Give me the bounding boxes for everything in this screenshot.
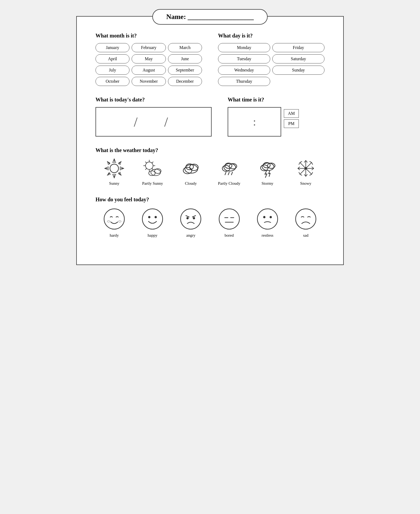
svg-point-71 [181,209,201,229]
day-pill[interactable]: Thursday [218,77,270,86]
svg-point-27 [149,171,155,176]
month-pill[interactable]: July [96,66,129,75]
day-grid: MondayFridayTuesdaySaturdayWednesdaySund… [218,43,324,86]
svg-point-82 [270,216,272,218]
month-pill[interactable]: May [132,54,166,63]
svg-point-68 [142,209,163,229]
svg-point-74 [187,217,188,219]
svg-point-76 [219,209,239,229]
snowy-label: Snowy [300,181,311,186]
svg-line-37 [225,172,226,175]
sad-face-icon [294,207,318,231]
svg-line-60 [312,172,313,174]
middle-section: What is today's date? / / What time is i… [96,97,324,137]
ampm-column: AM PM [284,109,299,128]
sunny-label: Sunny [109,181,119,186]
restless-label: restless [262,233,273,238]
sunny-icon [104,158,125,179]
month-pill[interactable]: October [96,77,129,86]
restless-face-icon [255,207,280,231]
svg-line-56 [299,162,300,165]
date-section: What is today's date? / / [96,97,212,137]
snowy-icon [295,158,316,179]
month-pill[interactable]: June [168,54,202,63]
day-pill[interactable]: Monday [218,43,270,52]
svg-line-24 [152,162,153,163]
hardy-face-icon [102,207,126,231]
svg-line-73 [192,216,196,217]
svg-line-39 [231,172,232,175]
month-pill[interactable]: February [132,43,166,52]
angry-label: angry [186,233,195,238]
day-pill[interactable]: Sunday [272,66,324,75]
day-pill[interactable]: Friday [272,43,324,52]
svg-point-81 [264,216,265,218]
month-pill[interactable]: December [168,77,202,86]
angry-face-icon [179,207,203,231]
feeling-restless: restless [249,207,286,238]
weather-snowy: Snowy [287,158,324,186]
name-badge: Name: ___________________ [152,9,268,25]
time-section: What time is it? : AM PM [228,97,324,137]
bored-label: bored [224,233,234,238]
month-pill[interactable]: September [168,66,202,75]
svg-point-70 [155,216,156,218]
happy-face-icon [140,207,165,231]
day-section: What day is it? MondayFridayTuesdaySatur… [218,33,324,86]
weather-partly-sunny: Partly Sunny [134,158,171,186]
time-box: : [228,107,281,137]
top-section: What month is it? JanuaryFebruaryMarchAp… [96,33,324,86]
month-section: What month is it? JanuaryFebruaryMarchAp… [96,33,202,86]
date-box: / / [96,107,212,137]
feelings-section: How do you feel today? hardy [96,196,324,238]
day-title: What day is it? [218,33,324,39]
svg-point-75 [193,217,195,219]
day-pill[interactable]: Wednesday [218,66,270,75]
svg-point-0 [110,164,119,173]
svg-point-80 [257,209,278,229]
weather-section: What is the weather today? [96,147,324,186]
cloudy-icon [180,158,201,179]
partly-sunny-icon [142,158,163,179]
svg-line-58 [310,161,312,162]
feeling-hardy: hardy [96,207,133,238]
svg-line-25 [145,168,147,170]
svg-point-69 [148,216,150,218]
month-pill[interactable]: January [96,43,129,52]
worksheet-page: Name: ___________________ What month is … [76,16,344,265]
partly-cloudy-label: Partly Cloudy [218,181,240,186]
partly-sunny-label: Partly Sunny [142,181,163,186]
month-pill[interactable]: November [132,77,166,86]
month-title: What month is it? [96,33,202,39]
svg-point-83 [296,209,316,229]
am-box[interactable]: AM [284,109,299,118]
svg-line-59 [312,162,313,165]
svg-line-63 [300,174,302,175]
cloudy-label: Cloudy [185,181,197,186]
stormy-icon [257,158,278,179]
bored-face-icon [217,207,241,231]
weather-row: Sunny [96,158,324,186]
month-pill[interactable]: August [132,66,166,75]
feeling-happy: happy [134,207,171,238]
time-colon: : [253,116,256,128]
day-pill[interactable]: Saturday [272,54,324,63]
month-pill[interactable]: April [96,54,129,63]
svg-line-61 [310,174,312,175]
feeling-angry: angry [172,207,209,238]
month-pill[interactable]: March [168,43,202,52]
svg-point-26 [151,169,161,176]
weather-cloudy: Cloudy [172,158,209,186]
happy-label: happy [148,233,158,238]
date-slash-2: / [164,114,173,130]
month-grid: JanuaryFebruaryMarchAprilMayJuneJulyAugu… [96,43,202,86]
weather-stormy: Stormy [249,158,286,186]
weather-partly-cloudy: Partly Cloudy [211,158,248,186]
svg-line-62 [299,172,300,174]
pm-box[interactable]: PM [284,119,299,128]
feelings-title: How do you feel today? [96,196,324,203]
day-pill[interactable]: Tuesday [218,54,270,63]
feeling-bored: bored [211,207,248,238]
feeling-sad: sad [287,207,324,238]
svg-line-38 [228,172,229,175]
